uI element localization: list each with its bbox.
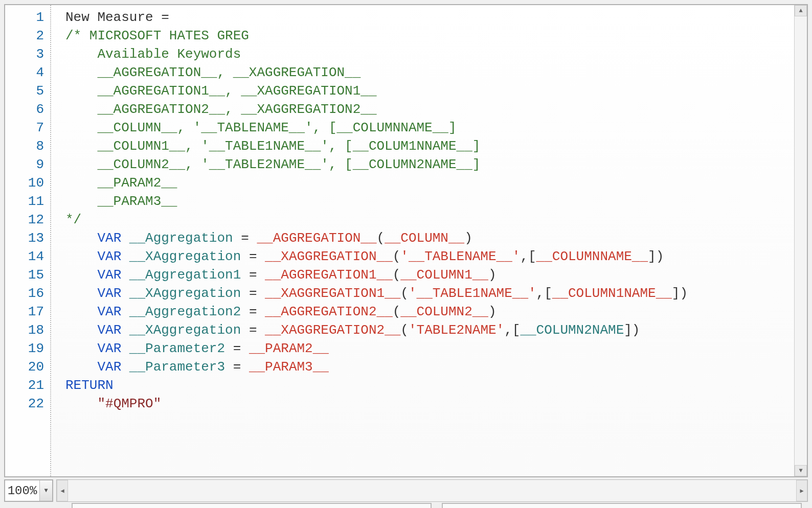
code-line[interactable]: __PARAM2__ <box>65 174 794 192</box>
token-plain: = <box>241 249 265 264</box>
token-func: __COLUMN1__ <box>400 267 488 283</box>
token-keyword: VAR <box>97 230 121 246</box>
line-number: 1 <box>5 8 50 27</box>
token-plain <box>65 286 97 301</box>
code-line[interactable]: RETURN <box>65 376 794 395</box>
token-plain <box>121 249 129 264</box>
token-func: '__TABLENAME__' <box>400 249 520 264</box>
line-number: 6 <box>5 100 50 119</box>
line-number: 12 <box>5 211 50 229</box>
code-line[interactable]: __COLUMN1__, '__TABLE1NAME__', [__COLUM1… <box>65 137 794 155</box>
code-line[interactable]: "#QMPRO" <box>65 395 794 413</box>
bottom-panel-2 <box>442 503 802 508</box>
scroll-right-arrow-icon[interactable]: ▶ <box>796 480 807 501</box>
token-plain: = <box>225 359 249 375</box>
token-var: __Parameter2 <box>129 341 225 356</box>
token-comment: /* MICROSOFT HATES GREG <box>65 28 249 43</box>
token-plain: = <box>241 304 265 319</box>
token-plain <box>65 359 97 375</box>
token-var: __Aggregation2 <box>129 304 241 319</box>
code-line[interactable]: VAR __Parameter3 = __PARAM3__ <box>65 358 794 376</box>
token-func: __AGGREGATION__ <box>257 230 377 246</box>
code-line[interactable]: Available Keywords <box>65 45 794 63</box>
line-number: 17 <box>5 303 50 321</box>
scroll-up-arrow-icon[interactable]: ▲ <box>795 5 807 16</box>
token-plain <box>65 304 97 319</box>
line-number: 16 <box>5 284 50 303</box>
token-func: __COLUMN2__ <box>400 304 488 319</box>
token-plain <box>121 359 129 375</box>
token-paren: ( <box>377 230 385 246</box>
code-line[interactable]: VAR __Aggregation1 = __AGGREGATION1__(__… <box>65 266 794 284</box>
token-comment: __AGGREGATION1__, __XAGGREGATION1__ <box>65 83 377 99</box>
token-func: __XAGGREGATION1__ <box>265 286 400 301</box>
token-keyword: RETURN <box>65 378 114 393</box>
code-line[interactable]: */ <box>65 211 794 229</box>
zoom-dropdown[interactable]: 100% ▼ <box>4 479 53 502</box>
token-func: __PARAM2__ <box>249 341 329 356</box>
code-line[interactable]: /* MICROSOFT HATES GREG <box>65 27 794 45</box>
token-paren: ( <box>393 267 401 283</box>
line-number: 8 <box>5 137 50 155</box>
code-line[interactable]: VAR __XAggregation = __XAGGREGATION2__('… <box>65 321 794 339</box>
token-str: "#QMPRO" <box>97 396 161 411</box>
line-number: 21 <box>5 376 50 395</box>
token-col: __COLUMN2NAME <box>520 322 624 338</box>
token-plain: ]) <box>672 286 688 301</box>
line-number: 19 <box>5 339 50 358</box>
token-func: __PARAM3__ <box>249 359 329 375</box>
token-comment: __AGGREGATION__, __XAGGREGATION__ <box>65 65 360 80</box>
code-area[interactable]: New Measure =/* MICROSOFT HATES GREG Ava… <box>51 5 794 476</box>
zoom-level-label: 100% <box>5 484 39 498</box>
code-line[interactable]: __AGGREGATION__, __XAGGREGATION__ <box>65 63 794 82</box>
scroll-down-arrow-icon[interactable]: ▼ <box>795 465 807 476</box>
token-comment: __PARAM3__ <box>65 194 177 209</box>
token-func: __COLUMN__ <box>385 230 464 246</box>
horizontal-scrollbar[interactable]: ◀ ▶ <box>56 479 808 502</box>
code-line[interactable]: VAR __Aggregation2 = __AGGREGATION2__(__… <box>65 303 794 321</box>
token-plain: ]) <box>624 322 640 338</box>
token-paren: ) <box>464 230 472 246</box>
line-number: 20 <box>5 358 50 376</box>
token-paren: ( <box>393 304 401 319</box>
line-number: 15 <box>5 266 50 284</box>
scroll-left-arrow-icon[interactable]: ◀ <box>57 480 68 501</box>
code-line[interactable]: New Measure = <box>65 8 794 27</box>
token-plain <box>121 341 129 356</box>
token-plain: ,[ <box>520 249 536 264</box>
code-line[interactable]: VAR __Parameter2 = __PARAM2__ <box>65 339 794 358</box>
code-line[interactable]: __COLUMN__, '__TABLENAME__', [__COLUMNNA… <box>65 119 794 137</box>
code-line[interactable]: __COLUMN2__, '__TABLE2NAME__', [__COLUMN… <box>65 155 794 174</box>
line-number: 18 <box>5 321 50 339</box>
token-plain: = <box>241 286 265 301</box>
token-var: __XAggregation <box>129 286 241 301</box>
line-number: 2 <box>5 27 50 45</box>
token-plain <box>65 396 97 411</box>
line-number: 5 <box>5 82 50 100</box>
token-plain <box>65 322 97 338</box>
token-plain: = <box>225 341 249 356</box>
code-line[interactable]: __AGGREGATION1__, __XAGGREGATION1__ <box>65 82 794 100</box>
vertical-scrollbar[interactable]: ▲ ▼ <box>794 5 807 476</box>
token-comment: __COLUMN1__, '__TABLE1NAME__', [__COLUM1… <box>65 138 480 154</box>
token-paren: ( <box>400 322 409 338</box>
code-line[interactable]: VAR __XAggregation = __XAGGREGATION__('_… <box>65 247 794 266</box>
line-number: 3 <box>5 45 50 63</box>
token-func: __AGGREGATION1__ <box>265 267 393 283</box>
code-line[interactable]: __AGGREGATION2__, __XAGGREGATION2__ <box>65 100 794 119</box>
code-line[interactable]: VAR __XAggregation = __XAGGREGATION1__('… <box>65 284 794 303</box>
token-plain <box>121 322 129 338</box>
token-comment: __COLUMN__, '__TABLENAME__', [__COLUMNNA… <box>65 120 457 135</box>
chevron-down-icon[interactable]: ▼ <box>39 480 52 501</box>
code-line[interactable]: VAR __Aggregation = __AGGREGATION__(__CO… <box>65 229 794 247</box>
token-var: __Aggregation1 <box>129 267 241 283</box>
token-plain: New Measure = <box>65 10 169 25</box>
token-var: __Aggregation <box>129 230 233 246</box>
token-keyword: VAR <box>97 322 121 338</box>
token-func: __XAGGREGATION__ <box>265 249 393 264</box>
line-number: 22 <box>5 395 50 413</box>
code-line[interactable]: __PARAM3__ <box>65 192 794 211</box>
token-paren: ( <box>393 249 401 264</box>
bottom-panel-1 <box>72 503 432 508</box>
token-func: '__TABLE1NAME__' <box>409 286 536 301</box>
